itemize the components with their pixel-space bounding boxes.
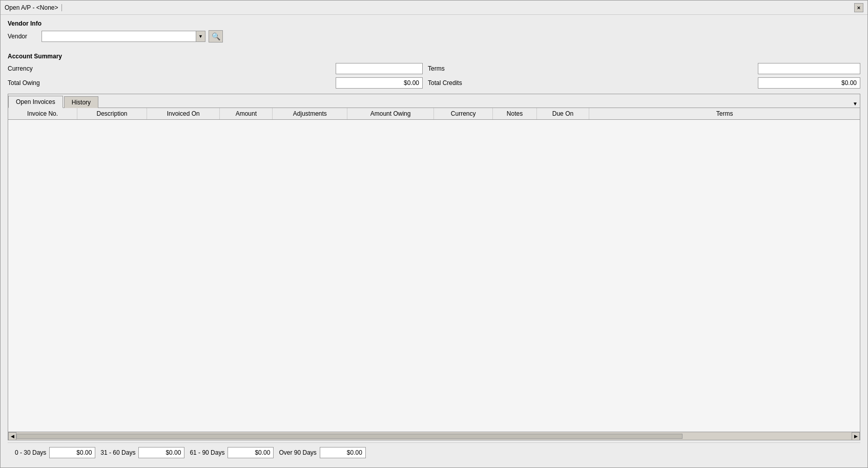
table-header-row: Invoice No. Description Invoiced On Amou… <box>8 108 860 120</box>
col-amount: Amount <box>220 108 273 120</box>
col-invoice-no: Invoice No. <box>8 108 77 120</box>
binoculars-icon: 🔍 <box>212 32 220 40</box>
scrollbar-thumb[interactable] <box>16 434 683 439</box>
days-31-60-group: 31 - 60 Days <box>100 447 184 458</box>
col-notes: Notes <box>493 108 536 120</box>
tab-open-invoices[interactable]: Open Invoices <box>8 96 63 108</box>
col-amount-owing: Amount Owing <box>347 108 433 120</box>
vendor-row: Vendor ▼ 🔍 <box>8 30 860 42</box>
over-90-group: Over 90 Days <box>279 447 365 458</box>
col-currency: Currency <box>433 108 493 120</box>
invoice-table: Invoice No. Description Invoiced On Amou… <box>8 108 860 120</box>
currency-input[interactable] <box>336 63 423 74</box>
tabs-header: Open Invoices History ▼ <box>8 94 860 108</box>
over-90-input[interactable] <box>320 447 366 458</box>
account-summary-section: Account Summary Currency Terms Total Owi… <box>8 53 860 89</box>
close-button[interactable]: × <box>854 3 863 12</box>
total-owing-label: Total Owing <box>8 79 330 87</box>
title-bar-left: Open A/P - <None> <box>5 4 62 11</box>
total-owing-input[interactable] <box>336 77 423 89</box>
days-61-90-group: 61 - 90 Days <box>190 447 274 458</box>
currency-label: Currency <box>8 65 330 72</box>
tabs-container: Open Invoices History ▼ Invoice No. Desc… <box>8 94 860 440</box>
days-61-90-label: 61 - 90 Days <box>190 449 224 456</box>
main-content: Vendor Info Vendor ▼ 🔍 Account Summary C… <box>1 15 867 467</box>
col-adjustments: Adjustments <box>273 108 347 120</box>
bottom-bar: 0 - 30 Days 31 - 60 Days 61 - 90 Days Ov… <box>8 442 860 462</box>
terms-label: Terms <box>428 65 753 72</box>
over-90-label: Over 90 Days <box>279 449 316 456</box>
vendor-info-section: Vendor Info Vendor ▼ 🔍 <box>8 20 860 48</box>
vendor-input[interactable] <box>42 32 196 41</box>
total-credits-label: Total Credits <box>428 79 753 87</box>
days-61-90-input[interactable] <box>228 447 274 458</box>
vendor-search-button[interactable]: 🔍 <box>209 30 223 42</box>
days-31-60-input[interactable] <box>138 447 184 458</box>
days-0-30-group: 0 - 30 Days <box>15 447 95 458</box>
scrollbar-track <box>16 433 852 439</box>
vendor-combobox[interactable]: ▼ <box>42 31 205 42</box>
tab-dropdown-arrow[interactable]: ▼ <box>851 100 860 108</box>
window-title: Open A/P - <None> <box>5 4 58 11</box>
account-summary-title: Account Summary <box>8 53 860 60</box>
total-credits-input[interactable] <box>758 77 860 89</box>
col-terms: Terms <box>589 108 860 120</box>
scroll-right-arrow[interactable]: ▶ <box>852 432 860 440</box>
col-invoiced-on: Invoiced On <box>147 108 220 120</box>
summary-grid: Currency Terms Total Owing Total Credits <box>8 63 860 89</box>
col-description: Description <box>77 108 147 120</box>
title-divider <box>61 4 62 11</box>
vendor-dropdown-btn[interactable]: ▼ <box>196 31 205 41</box>
terms-input[interactable] <box>758 63 860 74</box>
scroll-left-arrow[interactable]: ◀ <box>8 432 16 440</box>
days-31-60-label: 31 - 60 Days <box>100 449 135 456</box>
table-header: Invoice No. Description Invoiced On Amou… <box>8 108 860 120</box>
vendor-info-title: Vendor Info <box>8 20 860 27</box>
days-0-30-label: 0 - 30 Days <box>15 449 46 456</box>
vendor-label: Vendor <box>8 33 38 40</box>
title-bar: Open A/P - <None> × <box>1 1 867 15</box>
invoice-table-container: Invoice No. Description Invoiced On Amou… <box>8 108 860 432</box>
tab-history[interactable]: History <box>64 96 98 108</box>
col-due-on: Due On <box>536 108 589 120</box>
days-0-30-input[interactable] <box>49 447 95 458</box>
horizontal-scrollbar[interactable]: ◀ ▶ <box>8 432 860 440</box>
main-window: Open A/P - <None> × Vendor Info Vendor ▼… <box>0 0 868 468</box>
